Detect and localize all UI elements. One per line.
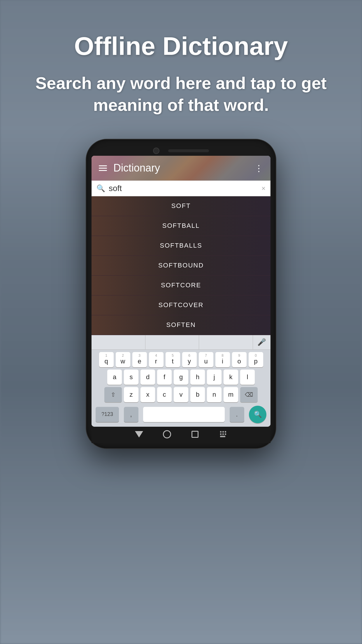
key-d[interactable]: d	[140, 370, 155, 385]
menu-line-1	[99, 165, 107, 166]
recents-icon	[191, 431, 198, 438]
suggestion-3[interactable]	[199, 335, 253, 349]
key-h[interactable]: h	[190, 370, 205, 385]
result-word: SOFTCORE	[161, 281, 201, 289]
nav-recents[interactable]	[190, 429, 200, 440]
phone-screen: Dictionary ⋮ 🔍 soft × SOFT SOFTBALL	[92, 156, 270, 427]
mic-button[interactable]: 🎤	[253, 335, 270, 349]
result-word: SOFTEN	[166, 321, 196, 329]
key-s[interactable]: s	[124, 370, 138, 385]
menu-line-3	[99, 170, 107, 171]
result-item-softballs[interactable]: SOFTBALLS	[92, 236, 270, 256]
menu-line-2	[99, 168, 107, 169]
shift-key[interactable]: ⇧	[104, 387, 122, 402]
numeric-key-label: ?123	[101, 411, 113, 417]
phone-mockup: Dictionary ⋮ 🔍 soft × SOFT SOFTBALL	[86, 139, 276, 448]
key-row-1: 1 q 2 w 3 e 4	[93, 352, 269, 367]
key-n[interactable]: n	[207, 387, 222, 402]
nav-back[interactable]	[134, 429, 144, 440]
key-x[interactable]: x	[140, 387, 155, 402]
period-key[interactable]: .	[230, 407, 244, 422]
result-item-softbound[interactable]: SOFTBOUND	[92, 256, 270, 276]
content-wrapper: Offline Dictionary Search any word here …	[0, 0, 362, 644]
key-row-2: a s d f g	[93, 370, 269, 385]
backspace-key[interactable]: ⌫	[240, 387, 258, 402]
result-word: SOFTBALL	[162, 222, 200, 230]
result-item-soft[interactable]: SOFT	[92, 196, 270, 216]
result-word: SOFTBOUND	[158, 262, 204, 269]
result-word: SOFTBALLS	[160, 242, 202, 249]
phone-top-bar	[92, 145, 270, 156]
nav-home[interactable]	[162, 429, 172, 440]
keyboard-search-button[interactable]: 🔍	[249, 406, 266, 423]
key-k[interactable]: k	[224, 370, 238, 385]
home-icon	[163, 430, 171, 438]
phone-nav-bar	[92, 427, 270, 443]
key-f[interactable]: f	[157, 370, 172, 385]
keyboard-bottom-row: ?123 , . 🔍	[93, 405, 269, 426]
key-row-3: ⇧ z x c v	[93, 387, 269, 402]
search-bar[interactable]: 🔍 soft ×	[92, 181, 270, 196]
comma-key[interactable]: ,	[124, 407, 138, 422]
key-i[interactable]: 8 i	[215, 352, 230, 367]
key-j[interactable]: j	[207, 370, 222, 385]
key-v[interactable]: v	[174, 387, 188, 402]
results-list: SOFT SOFTBALL SOFTBALLS SOFTBOUND SOFTCO…	[92, 196, 270, 335]
main-headline: Offline Dictionary	[57, 32, 305, 60]
key-t[interactable]: 5 t	[166, 352, 180, 367]
clear-button[interactable]: ×	[261, 184, 266, 192]
keyboard-rows: 1 q 2 w 3 e 4	[92, 350, 270, 427]
key-u[interactable]: 7 u	[199, 352, 213, 367]
app-header: Dictionary ⋮	[92, 156, 270, 181]
result-word: SOFT	[171, 202, 191, 210]
result-item-softcore[interactable]: SOFTCORE	[92, 276, 270, 295]
result-item-softcover[interactable]: SOFTCOVER	[92, 295, 270, 315]
nav-keyboard[interactable]	[218, 429, 228, 440]
suggestion-1[interactable]	[92, 335, 145, 349]
space-key[interactable]	[143, 407, 225, 422]
suggestion-2[interactable]	[145, 335, 199, 349]
key-r[interactable]: 4 r	[149, 352, 164, 367]
keyboard-area: 🎤 1 q 2 w	[92, 335, 270, 427]
app-title: Dictionary	[113, 162, 254, 174]
key-p[interactable]: 0 p	[249, 352, 263, 367]
menu-button[interactable]	[99, 165, 107, 171]
key-l[interactable]: l	[240, 370, 255, 385]
camera-dot	[153, 148, 159, 154]
key-w[interactable]: 2 w	[116, 352, 130, 367]
sub-headline: Search any word here and tap to get mean…	[0, 72, 362, 116]
numeric-key[interactable]: ?123	[96, 407, 119, 422]
result-item-softball[interactable]: SOFTBALL	[92, 216, 270, 236]
key-m[interactable]: m	[224, 387, 238, 402]
key-a[interactable]: a	[107, 370, 122, 385]
result-word: SOFTCOVER	[159, 301, 204, 309]
share-button[interactable]: ⋮	[254, 163, 263, 173]
search-icon: 🔍	[96, 184, 105, 192]
key-c[interactable]: c	[157, 387, 172, 402]
back-icon	[135, 431, 143, 438]
key-q[interactable]: 1 q	[99, 352, 114, 367]
phone-outer: Dictionary ⋮ 🔍 soft × SOFT SOFTBALL	[86, 139, 276, 448]
key-y[interactable]: 6 y	[182, 352, 197, 367]
search-input[interactable]: soft	[109, 184, 258, 193]
keyboard-suggestions: 🎤	[92, 335, 270, 350]
key-e[interactable]: 3 e	[132, 352, 147, 367]
key-z[interactable]: z	[124, 387, 138, 402]
result-item-soften[interactable]: SOFTEN	[92, 315, 270, 335]
speaker-bar	[168, 149, 209, 152]
key-g[interactable]: g	[174, 370, 188, 385]
keyboard-icon	[220, 431, 226, 437]
key-b[interactable]: b	[190, 387, 205, 402]
key-o[interactable]: 9 o	[232, 352, 247, 367]
